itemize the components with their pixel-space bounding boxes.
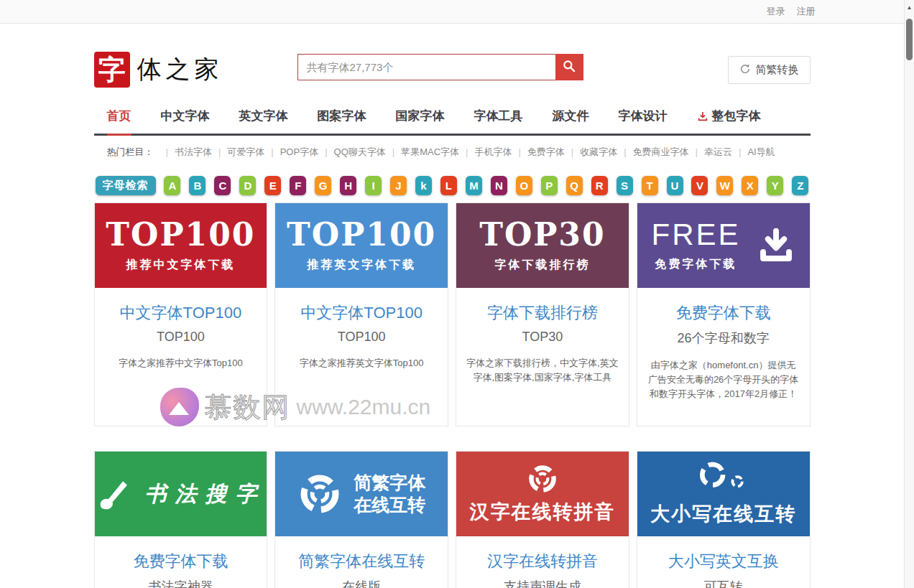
- refresh-icon: [739, 63, 751, 77]
- card-banner[interactable]: 书法搜字: [95, 452, 267, 536]
- card-title-link[interactable]: 中文字体TOP100: [275, 302, 448, 324]
- separator: |: [624, 146, 626, 157]
- letter-W[interactable]: W: [716, 176, 733, 195]
- letter-k[interactable]: k: [415, 176, 432, 195]
- letter-Q[interactable]: Q: [566, 176, 583, 195]
- brush-icon: [96, 475, 133, 513]
- card-title-link[interactable]: 字体下载排行榜: [456, 302, 629, 324]
- letter-C[interactable]: C: [214, 176, 231, 195]
- card-banner[interactable]: FREE免费字体下载: [637, 203, 810, 288]
- convert-ring-icon: [527, 463, 558, 495]
- letter-L[interactable]: L: [440, 176, 457, 195]
- nav-item-label: 字体设计: [619, 108, 668, 124]
- letter-J[interactable]: J: [390, 176, 407, 195]
- letter-P[interactable]: P: [541, 176, 558, 195]
- separator: |: [571, 146, 573, 157]
- separator: |: [218, 146, 221, 157]
- font-card: TOP100推荐中文字体下载中文字体TOP100TOP100字体之家推荐中文字体…: [94, 202, 268, 426]
- hot-link-书法字体[interactable]: 书法字体: [175, 146, 212, 157]
- hot-link-幸运云[interactable]: 幸运云: [704, 146, 732, 157]
- card-banner[interactable]: TOP30字体下载排行榜: [456, 203, 629, 288]
- letter-A[interactable]: A: [164, 176, 180, 195]
- nav-item-国家字体[interactable]: 国家字体: [396, 108, 445, 134]
- card-banner[interactable]: 简繁字体 在线互转: [275, 452, 448, 536]
- card-title-link[interactable]: 简繁字体在线互转: [275, 551, 448, 572]
- card-title-link[interactable]: 大小写英文互换: [637, 551, 810, 572]
- hot-link-免费字体[interactable]: 免费字体: [527, 146, 565, 157]
- letter-G[interactable]: G: [315, 176, 331, 195]
- hot-link-手机字体[interactable]: 手机字体: [474, 146, 512, 157]
- nav-item-图案字体[interactable]: 图案字体: [318, 108, 366, 134]
- card-title-link[interactable]: 中文字体TOP100: [95, 302, 267, 324]
- letter-M[interactable]: M: [466, 176, 482, 195]
- card-title-link[interactable]: 免费字体下载: [95, 551, 267, 572]
- letter-D[interactable]: D: [239, 176, 256, 195]
- letter-X[interactable]: X: [742, 176, 758, 195]
- nav-item-中文字体[interactable]: 中文字体: [161, 108, 210, 134]
- card-title-link[interactable]: 免费字体下载: [637, 302, 810, 324]
- nav-item-字体设计[interactable]: 字体设计: [619, 108, 668, 134]
- letter-Y[interactable]: Y: [767, 176, 783, 195]
- card-banner[interactable]: 大小写在线互转: [637, 452, 810, 536]
- letter-E[interactable]: E: [264, 176, 281, 195]
- logo-glyph-icon: 字: [94, 52, 130, 88]
- search-input[interactable]: [297, 54, 555, 80]
- hot-link-POP字体[interactable]: POP字体: [280, 146, 318, 157]
- letter-N[interactable]: N: [491, 176, 507, 195]
- scrollbar-thumb[interactable]: [906, 19, 913, 60]
- scrollbar[interactable]: ▲: [904, 0, 914, 588]
- card-banner[interactable]: 汉字在线转拼音: [456, 452, 629, 536]
- download-icon: [697, 111, 708, 122]
- hot-link-AI导航[interactable]: AI导航: [747, 146, 775, 157]
- nav-item-整包字体[interactable]: 整包字体: [697, 108, 761, 134]
- letter-B[interactable]: B: [189, 176, 206, 195]
- topbar: 登录 注册: [0, 0, 914, 24]
- letter-Z[interactable]: Z: [792, 176, 808, 195]
- letter-U[interactable]: U: [667, 176, 683, 195]
- font-card: TOP100推荐英文字体下载中文字体TOP100TOP100字体之家推荐英文字体…: [274, 202, 448, 426]
- nav-item-字体工具[interactable]: 字体工具: [474, 108, 523, 134]
- hot-link-可爱字体[interactable]: 可爱字体: [227, 146, 264, 157]
- nav-item-label: 首页: [107, 108, 131, 124]
- letter-V[interactable]: V: [691, 176, 708, 195]
- banner-title: 汉字在线转拼音: [469, 499, 615, 525]
- letter-R[interactable]: R: [591, 176, 608, 195]
- search-button[interactable]: [555, 54, 583, 80]
- letter-O[interactable]: O: [516, 176, 532, 195]
- hot-link-免费商业字体[interactable]: 免费商业字体: [633, 146, 689, 157]
- banner-title: 简繁字体 在线互转: [354, 472, 425, 517]
- card-description: 字体之家推荐英文字体Top100: [285, 356, 438, 370]
- card-description: 字体之家推荐中文字体Top100: [104, 356, 258, 370]
- scrollbar-up-icon[interactable]: ▲: [905, 0, 914, 11]
- card-banner[interactable]: TOP100推荐中文字体下载: [95, 203, 267, 288]
- cards-grid: TOP100推荐中文字体下载中文字体TOP100TOP100字体之家推荐中文字体…: [94, 202, 811, 588]
- nav-item-首页[interactable]: 首页: [107, 108, 131, 136]
- hot-link-QQ聊天字体[interactable]: QQ聊天字体: [334, 146, 386, 157]
- login-link[interactable]: 登录: [767, 5, 785, 18]
- banner-title: 大小写在线互转: [650, 501, 796, 527]
- banner-subtitle: 字体下载排行榜: [494, 258, 590, 273]
- card-subtitle: 在线版: [275, 578, 448, 588]
- site-logo[interactable]: 字 体之家: [94, 52, 223, 88]
- simplified-traditional-toggle[interactable]: 简繁转换: [728, 56, 811, 84]
- nav-item-源文件[interactable]: 源文件: [553, 108, 589, 134]
- letter-H[interactable]: H: [340, 176, 356, 195]
- main-nav-list: 首页中文字体英文字体图案字体国家字体字体工具源文件字体设计整包字体: [94, 108, 811, 136]
- letter-F[interactable]: F: [290, 176, 306, 195]
- letter-I[interactable]: I: [365, 176, 382, 195]
- register-link[interactable]: 注册: [797, 5, 816, 18]
- letter-T[interactable]: T: [642, 176, 658, 195]
- letter-S[interactable]: S: [617, 176, 633, 195]
- convert-ring-icon: [297, 472, 342, 516]
- separator: |: [271, 146, 273, 157]
- banner-subtitle: 推荐英文字体下载: [307, 258, 416, 273]
- card-title-link[interactable]: 汉字在线转拼音: [456, 551, 629, 572]
- hot-link-苹果MAC字体[interactable]: 苹果MAC字体: [401, 146, 459, 157]
- nav-item-英文字体[interactable]: 英文字体: [239, 108, 288, 134]
- banner-title: TOP30: [479, 219, 605, 251]
- separator: |: [392, 146, 394, 157]
- letter-index-button[interactable]: 字母检索: [96, 176, 156, 195]
- hot-link-收藏字体[interactable]: 收藏字体: [580, 146, 617, 157]
- card-banner[interactable]: TOP100推荐英文字体下载: [275, 203, 448, 288]
- banner-title: TOP100: [106, 219, 255, 251]
